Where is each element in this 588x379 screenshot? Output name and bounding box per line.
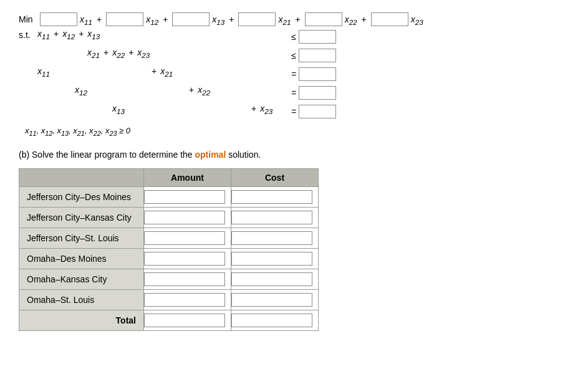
rhs-input-1[interactable] [299, 30, 336, 44]
var-x23: x23 [411, 14, 423, 26]
var-x11: x11 [80, 14, 92, 26]
obj-coeff-x11[interactable] [40, 12, 77, 26]
cost-input-total[interactable] [231, 314, 312, 327]
col-header-amount: Amount [144, 168, 231, 186]
part-b-label: (b) [19, 150, 29, 160]
sign-5: = [291, 107, 296, 117]
min-label: Min [19, 14, 37, 24]
obj-coeff-x13[interactable] [172, 12, 210, 26]
non-negativity: x11, x12, x13, x21, x22, x23 ≥ 0 [25, 126, 569, 137]
row-label-jc-kc: Jefferson City–Kansas City [19, 207, 144, 228]
sign-4: = [291, 88, 296, 98]
cost-cell-om-sl[interactable] [231, 289, 319, 310]
table-row-total: Total [19, 310, 319, 330]
amount-cell-om-dm[interactable] [144, 248, 231, 269]
sign-1: ≤ [291, 32, 296, 42]
amount-input-om-dm[interactable] [144, 252, 225, 266]
table-row: Jefferson City–Kansas City [19, 207, 319, 228]
cost-cell-om-dm[interactable] [231, 248, 319, 269]
row-label-jc-sl: Jefferson City–St. Louis [19, 228, 144, 248]
amount-cell-jc-sl[interactable] [144, 228, 231, 248]
amount-input-om-kc[interactable] [144, 272, 225, 286]
cost-cell-jc-dm[interactable] [231, 186, 319, 207]
row-label-jc-dm: Jefferson City–Des Moines [19, 186, 144, 207]
var-x21: x21 [278, 14, 291, 26]
amount-cell-om-sl[interactable] [144, 289, 231, 310]
constraint-row-4: x12 + x22 [37, 85, 272, 101]
constraint-row-3: x11 + x21 [37, 66, 272, 82]
obj-coeff-x21[interactable] [238, 12, 276, 26]
row-label-om-sl: Omaha–St. Louis [19, 289, 144, 310]
cost-input-om-sl[interactable] [231, 293, 312, 307]
cost-cell-jc-sl[interactable] [231, 228, 319, 248]
col-header-cost: Cost [231, 168, 319, 186]
rhs-input-2[interactable] [299, 49, 336, 62]
constraint-row-1: x11 + x12 + x13 [37, 29, 272, 45]
table-row: Jefferson City–St. Louis [19, 228, 319, 248]
sign-3: = [291, 69, 296, 79]
plus-op-1: + [97, 14, 102, 24]
amount-input-total[interactable] [144, 314, 225, 327]
cost-cell-total[interactable] [231, 310, 319, 330]
amount-input-jc-kc[interactable] [144, 211, 225, 224]
st-label-text: s.t. [19, 30, 31, 40]
amount-cell-jc-kc[interactable] [144, 207, 231, 228]
amount-input-jc-sl[interactable] [144, 231, 225, 245]
cost-input-jc-kc[interactable] [231, 211, 312, 224]
plus-op-5: + [362, 14, 367, 24]
amount-input-jc-dm[interactable] [144, 190, 225, 204]
amount-cell-om-kc[interactable] [144, 269, 231, 289]
plus-op-3: + [229, 14, 234, 24]
plus-op-2: + [163, 14, 168, 24]
constraint-row-2: x21 + x22 + x23 [37, 47, 272, 64]
cost-cell-jc-kc[interactable] [231, 207, 319, 228]
part-b-text: (b) Solve the linear program to determin… [19, 150, 569, 160]
table-row: Jefferson City–Des Moines [19, 186, 319, 207]
obj-coeff-x22[interactable] [305, 12, 342, 26]
optimal-word: optimal [195, 150, 226, 160]
sign-2: ≤ [291, 50, 296, 60]
obj-coeff-x23[interactable] [371, 12, 408, 26]
amount-input-om-sl[interactable] [144, 293, 225, 307]
table-row: Omaha–Kansas City [19, 269, 319, 289]
rhs-input-3[interactable] [299, 67, 336, 81]
table-row: Omaha–St. Louis [19, 289, 319, 310]
row-label-total: Total [19, 310, 144, 330]
plus-op-4: + [295, 14, 300, 24]
cost-input-om-dm[interactable] [231, 252, 312, 266]
cost-input-om-kc[interactable] [231, 272, 312, 286]
amount-cell-total[interactable] [144, 310, 231, 330]
cost-input-jc-sl[interactable] [231, 231, 312, 245]
col-header-label [19, 168, 144, 186]
solution-table: Amount Cost Jefferson City–Des Moines Je… [19, 168, 319, 331]
part-b-instruction: Solve the linear program to determine th… [32, 150, 195, 160]
constraint-row-5: x13 + x23 [37, 103, 272, 120]
var-x22: x22 [345, 14, 357, 26]
var-x12: x12 [146, 14, 158, 26]
amount-cell-jc-dm[interactable] [144, 186, 231, 207]
rhs-input-4[interactable] [299, 86, 336, 100]
var-x13: x13 [212, 14, 224, 26]
cost-input-jc-dm[interactable] [231, 190, 312, 204]
obj-coeff-x12[interactable] [106, 12, 143, 26]
row-label-om-kc: Omaha–Kansas City [19, 269, 144, 289]
rhs-input-5[interactable] [299, 105, 336, 118]
part-b-instruction-2: solution. [226, 150, 261, 160]
table-row: Omaha–Des Moines [19, 248, 319, 269]
cost-cell-om-kc[interactable] [231, 269, 319, 289]
row-label-om-dm: Omaha–Des Moines [19, 248, 144, 269]
